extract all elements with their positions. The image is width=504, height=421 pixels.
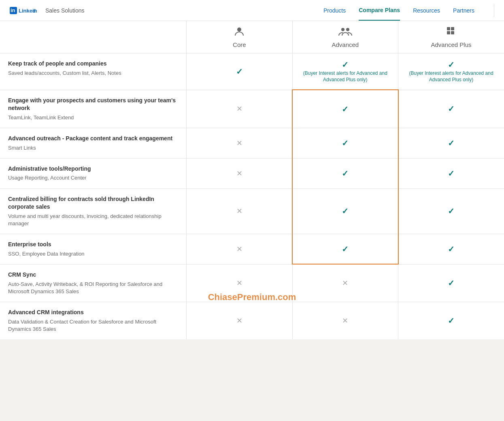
plan-comparison-table: Core Advance xyxy=(0,21,504,339)
plan-col-core: Core xyxy=(187,21,292,53)
cross-icon: ✕ xyxy=(190,139,289,148)
check-icon: ✓ xyxy=(190,67,289,76)
advanced-plus-plan-name: Advanced Plus xyxy=(405,41,498,48)
advanced-cell-6: ✕ xyxy=(292,264,398,302)
table-row: Advanced CRM integrations Data Validatio… xyxy=(0,302,504,339)
feature-cell-7: Advanced CRM integrations Data Validatio… xyxy=(0,302,187,339)
check-icon: ✓ xyxy=(296,104,394,114)
plan-col-advanced: Advanced xyxy=(292,21,398,53)
advanced-cell-2: ✓ xyxy=(292,128,398,159)
check-note: (Buyer Interest alerts for Advanced and … xyxy=(296,70,395,83)
feature-cell-0: Keep track of people and companies Saved… xyxy=(0,53,187,90)
feature-cell-2: Advanced outreach - Package content and … xyxy=(0,128,187,159)
nav-divider xyxy=(494,4,494,17)
feature-cell-5: Enterprise tools SSO, Employee Data Inte… xyxy=(0,234,187,264)
check-icon: ✓ xyxy=(402,244,501,254)
feature-subtitle: Saved leads/accounts, Custom list, Alert… xyxy=(8,70,178,77)
advanced-plan-name: Advanced xyxy=(299,41,391,48)
feature-subtitle: SSO, Employee Data Integration xyxy=(8,250,178,258)
feature-subtitle: Auto-Save, Activity Writeback, & ROI Rep… xyxy=(8,281,178,295)
feature-header-col xyxy=(0,21,187,53)
advanced-plus-cell-0: ✓ (Buyer Interest alerts for Advanced an… xyxy=(398,53,504,90)
cross-icon: ✕ xyxy=(296,316,395,325)
svg-point-5 xyxy=(341,28,345,31)
feature-title: Enterprise tools xyxy=(8,241,178,249)
check-icon: ✓ xyxy=(296,138,394,148)
advanced-cell-1: ✓ xyxy=(292,90,398,128)
feature-title: Administrative tools/Reporting xyxy=(8,165,178,173)
check-icon: ✓ xyxy=(402,169,501,178)
check-icon: ✓ xyxy=(296,169,394,178)
advanced-plus-cell-2: ✓ xyxy=(398,128,504,159)
advanced-plus-cell-1: ✓ xyxy=(398,90,504,128)
table-wrapper: Core Advance xyxy=(0,21,504,339)
core-cell-4: ✕ xyxy=(187,188,292,234)
check-icon: ✓ xyxy=(402,60,501,70)
nav-products[interactable]: Products xyxy=(323,1,346,20)
nav-compare-plans[interactable]: Compare Plans xyxy=(359,0,400,21)
svg-rect-7 xyxy=(447,27,450,30)
svg-rect-9 xyxy=(447,31,450,34)
table-row: Engage with your prospects and customers… xyxy=(0,90,504,128)
svg-rect-8 xyxy=(451,27,454,30)
feature-cell-3: Administrative tools/Reporting Usage Rep… xyxy=(0,158,187,188)
core-cell-3: ✕ xyxy=(187,158,292,188)
brand: in Linked in Sales Solutions xyxy=(10,6,85,15)
svg-text:in: in xyxy=(32,8,37,14)
advanced-cell-3: ✓ xyxy=(292,158,398,188)
svg-text:in: in xyxy=(11,7,15,13)
feature-title: Keep track of people and companies xyxy=(8,60,178,68)
svg-point-6 xyxy=(346,28,349,31)
core-cell-0: ✓ xyxy=(187,53,292,90)
cross-icon: ✕ xyxy=(190,245,289,254)
core-cell-6: ✕ xyxy=(187,264,292,302)
feature-title: Centralized billing for contracts sold t… xyxy=(8,195,178,211)
cross-icon: ✕ xyxy=(190,169,289,178)
check-icon: ✓ xyxy=(402,104,501,114)
core-cell-2: ✕ xyxy=(187,128,292,159)
cross-icon: ✕ xyxy=(190,279,289,288)
advanced-plus-cell-6: ✓ xyxy=(398,264,504,302)
advanced-cell-0: ✓ (Buyer Interest alerts for Advanced an… xyxy=(292,53,398,90)
table-row: Administrative tools/Reporting Usage Rep… xyxy=(0,158,504,188)
core-cell-1: ✕ xyxy=(187,90,292,128)
feature-subtitle: Data Validation & Contact Creation for S… xyxy=(8,318,178,333)
feature-subtitle: Volume and multi year discounts, invoici… xyxy=(8,213,178,227)
check-icon: ✓ xyxy=(296,244,394,254)
nav-resources[interactable]: Resources xyxy=(413,1,440,20)
advanced-plan-icon xyxy=(299,26,391,40)
feature-title: CRM Sync xyxy=(8,271,178,279)
cross-icon: ✕ xyxy=(190,104,289,113)
table-row: Keep track of people and companies Saved… xyxy=(0,53,504,90)
feature-title: Advanced CRM integrations xyxy=(8,309,178,317)
plan-col-advanced-plus: Advanced Plus xyxy=(398,21,504,53)
advanced-plus-cell-7: ✓ xyxy=(398,302,504,339)
table-row: Enterprise tools SSO, Employee Data Inte… xyxy=(0,234,504,264)
advanced-cell-5: ✓ xyxy=(292,234,398,264)
core-cell-5: ✕ xyxy=(187,234,292,264)
main-content: Core Advance xyxy=(0,21,504,339)
feature-subtitle: Smart Links xyxy=(8,144,178,152)
brand-text: Sales Solutions xyxy=(45,7,85,14)
navbar: in Linked in Sales Solutions Products Co… xyxy=(0,0,504,21)
advanced-cell-4: ✓ xyxy=(292,188,398,234)
advanced-plus-cell-4: ✓ xyxy=(398,188,504,234)
core-plan-name: Core xyxy=(193,41,285,48)
feature-subtitle: Usage Reporting, Account Center xyxy=(8,174,178,182)
linkedin-logo: in Linked in xyxy=(10,6,42,15)
svg-point-4 xyxy=(237,28,241,32)
feature-title: Advanced outreach - Package content and … xyxy=(8,135,178,143)
advanced-plus-plan-icon xyxy=(405,26,498,40)
check-note: (Buyer Interest alerts for Advanced and … xyxy=(402,70,501,83)
feature-cell-1: Engage with your prospects and customers… xyxy=(0,90,187,128)
feature-cell-6: CRM Sync Auto-Save, Activity Writeback, … xyxy=(0,264,187,302)
check-icon: ✓ xyxy=(296,60,395,70)
core-plan-icon xyxy=(193,26,285,40)
nav-partners[interactable]: Partners xyxy=(453,1,474,20)
feature-subtitle: TeamLink, TeamLink Extend xyxy=(8,114,178,121)
table-row: CRM Sync Auto-Save, Activity Writeback, … xyxy=(0,264,504,302)
advanced-plus-cell-5: ✓ xyxy=(398,234,504,264)
advanced-cell-7: ✕ xyxy=(292,302,398,339)
cross-icon: ✕ xyxy=(190,207,289,216)
svg-rect-10 xyxy=(451,31,454,34)
